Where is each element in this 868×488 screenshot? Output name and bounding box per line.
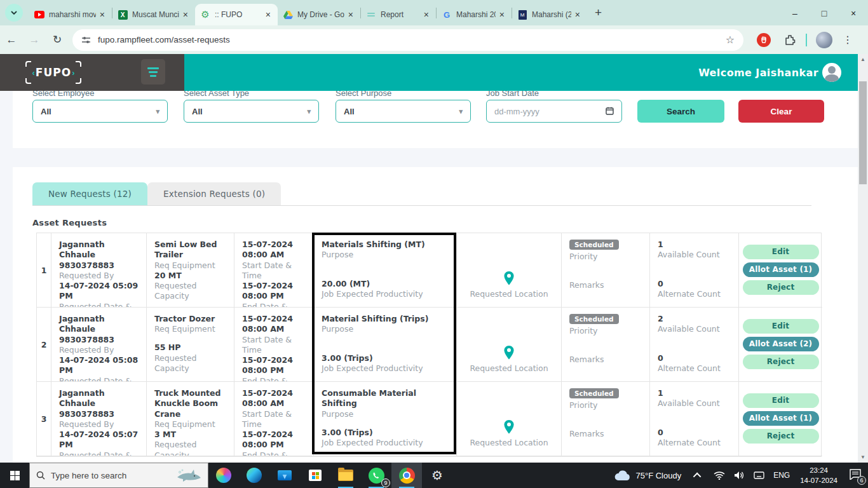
logo-text: FUPO	[36, 66, 71, 79]
tab-title: Muscat Muncipa	[132, 10, 179, 19]
scrollbar[interactable]: ▲ ▼	[858, 54, 868, 463]
close-tab-icon[interactable]: ×	[98, 10, 107, 20]
row-index: 1	[37, 233, 51, 308]
tab-extension-requests[interactable]: Extension Requests (0)	[147, 182, 281, 205]
dates-cell: 15-07-2024 08:00 AMStart Date & Time 15-…	[234, 308, 314, 382]
reload-button[interactable]: ↻	[46, 33, 69, 46]
notification-center-icon[interactable]: 6	[849, 469, 862, 482]
scroll-up-icon[interactable]: ▲	[858, 57, 868, 62]
close-tab-icon[interactable]: ×	[573, 10, 582, 20]
purpose-select[interactable]: All ▾	[336, 100, 471, 123]
close-tab-icon[interactable]: ×	[346, 10, 355, 20]
allot-asset-button[interactable]: Allot Asset (1)	[743, 411, 819, 426]
bookmark-star-icon[interactable]: ☆	[726, 34, 735, 46]
touch-keyboard-icon[interactable]	[754, 471, 764, 480]
priority-cell: ScheduledPriority Remarks	[562, 233, 650, 308]
tab-maharshi-movie[interactable]: maharshi movie ×	[29, 4, 112, 25]
close-tab-icon[interactable]: ×	[498, 10, 506, 20]
location-pin-icon[interactable]	[503, 271, 515, 286]
edit-button[interactable]: Edit	[743, 319, 819, 334]
asset-type-select[interactable]: All ▾	[184, 100, 319, 123]
allot-asset-button[interactable]: Allot Asset (2)	[743, 337, 819, 351]
priority-badge: Scheduled	[569, 314, 619, 324]
user-avatar-icon[interactable]	[822, 63, 841, 82]
close-window-button[interactable]: ×	[839, 1, 868, 25]
tray-expand-icon[interactable]	[693, 472, 702, 480]
maximize-button[interactable]: □	[810, 1, 839, 25]
tab-title: :: FUPO	[215, 10, 262, 19]
available-count: 1	[658, 240, 731, 250]
scroll-down-icon[interactable]: ▼	[858, 454, 868, 460]
close-tab-icon[interactable]: ×	[264, 10, 273, 20]
volume-icon[interactable]	[734, 471, 745, 480]
minimize-button[interactable]: –	[780, 1, 810, 25]
location-pin-icon[interactable]	[503, 419, 515, 435]
google-icon: G	[442, 10, 452, 20]
browser-menu-icon[interactable]: ⋮	[843, 34, 853, 46]
weather-widget[interactable]: 75°F Cloudy	[614, 470, 681, 481]
extensions-puzzle-icon[interactable]	[784, 34, 796, 46]
reject-button[interactable]: Reject	[743, 429, 819, 444]
actions-cell: Edit Allot Asset (1) Reject	[739, 233, 822, 308]
job-start-date-input[interactable]: dd-mm-yyyy	[486, 100, 622, 123]
search-button[interactable]: Search	[637, 100, 724, 123]
close-tab-icon[interactable]: ×	[181, 10, 190, 20]
site-info-icon[interactable]	[81, 36, 91, 44]
google-drive-icon	[283, 10, 293, 20]
copilot-icon[interactable]	[208, 463, 239, 488]
requester-cell: Jagannath Chhaule9830378883Requested By …	[51, 382, 147, 456]
tab-maharshi-2019-search[interactable]: G Maharshi 2019 w ×	[437, 4, 512, 25]
tab-fupo-active[interactable]: ⚙ :: FUPO ×	[195, 4, 278, 25]
taskbar-search[interactable]: Type here to search	[29, 463, 208, 488]
microsoft-store-icon[interactable]	[300, 463, 330, 488]
tab-my-drive[interactable]: My Drive - Goog ×	[278, 4, 360, 25]
file-explorer-icon[interactable]	[330, 463, 361, 488]
start-button[interactable]	[0, 463, 29, 488]
whatsapp-badge: 9	[381, 478, 390, 487]
tab-report[interactable]: Report ×	[361, 4, 436, 25]
address-bar[interactable]: fupo.rampfleet.com/asset-requests ☆	[72, 29, 743, 51]
tab-muscat[interactable]: X Muscat Muncipa ×	[112, 4, 195, 25]
profile-avatar[interactable]	[816, 32, 832, 48]
settings-gear-icon[interactable]: ⚙	[422, 463, 452, 488]
row-index: 2	[37, 308, 51, 382]
toolbar-divider	[806, 34, 807, 46]
purpose: Material Shifting (Trips)	[322, 314, 449, 324]
wifi-icon[interactable]	[714, 471, 725, 480]
dates-cell: 15-07-2024 08:00 AMStart Date & Time 15-…	[234, 233, 314, 308]
edge-icon[interactable]	[239, 463, 269, 488]
tab-new-requests[interactable]: New Requests (12)	[32, 182, 147, 205]
forward-button[interactable]: →	[23, 34, 46, 46]
purpose-select-value: All	[344, 107, 355, 116]
language-indicator[interactable]: ENG	[773, 471, 790, 480]
whatsapp-icon[interactable]: 9	[361, 463, 391, 488]
edit-button[interactable]: Edit	[743, 245, 819, 259]
allot-asset-button[interactable]: Allot Asset (1)	[743, 262, 819, 277]
reject-button[interactable]: Reject	[743, 280, 819, 295]
back-button[interactable]: ←	[0, 34, 23, 46]
chevron-down-icon: ▾	[156, 107, 159, 116]
taskbar: Type here to search 9 ⚙ 75°F Cloudy	[0, 463, 868, 488]
productivity: 20.00 (MT)	[322, 279, 449, 289]
clear-button[interactable]: Clear	[738, 100, 824, 123]
url-text[interactable]: fupo.rampfleet.com/asset-requests	[98, 35, 726, 44]
adblock-extension-icon[interactable]	[757, 33, 771, 47]
chrome-icon[interactable]	[391, 463, 422, 488]
end-datetime: 15-07-2024 08:00 PM	[242, 281, 306, 302]
scrollbar-thumb[interactable]	[859, 81, 867, 184]
new-tab-button[interactable]: +	[587, 6, 609, 20]
taskbar-clock[interactable]: 23:24 14-07-2024	[800, 465, 837, 485]
sidebar-menu-button[interactable]	[141, 59, 165, 85]
requester-name: Jagannath Chhaule	[59, 240, 139, 261]
reject-button[interactable]: Reject	[743, 355, 819, 369]
tab-maharshi-2019-movie[interactable]: M Maharshi (2019) ×	[512, 4, 587, 25]
tab-title: maharshi movie	[49, 10, 96, 19]
equipment-cell: Semi Low Bed TrailerReq Equipment 20 MTR…	[147, 233, 234, 308]
edit-button[interactable]: Edit	[743, 393, 819, 408]
close-tab-icon[interactable]: ×	[422, 10, 431, 20]
employee-select[interactable]: All ▾	[32, 100, 168, 123]
hamburger-icon	[147, 67, 159, 69]
location-pin-icon[interactable]	[503, 345, 515, 360]
mail-icon[interactable]	[269, 463, 300, 488]
tab-search-button[interactable]	[5, 4, 23, 22]
